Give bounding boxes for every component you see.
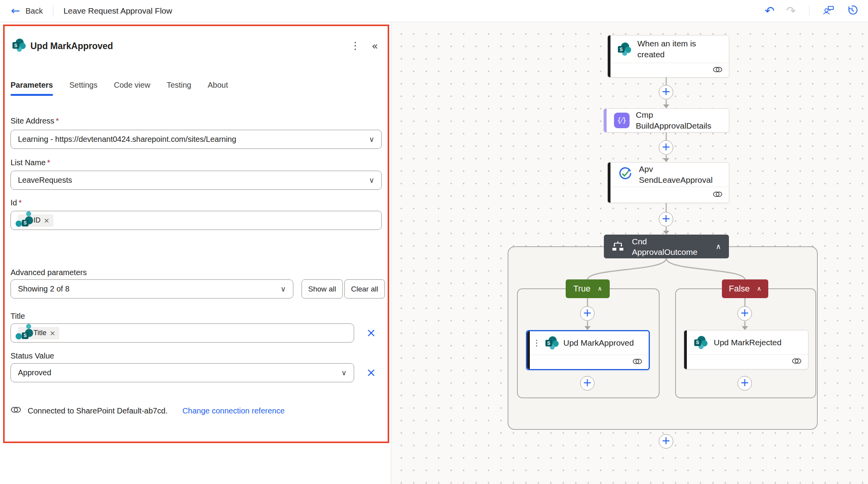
connection-reference-icon [792,358,802,366]
show-all-button[interactable]: Show all [302,279,343,299]
flow-designer: { "ui": { "required_mark": "*", "icons":… [0,0,868,484]
site-address-value: Learning - https://devtenant0424.sharepo… [18,135,236,144]
node-title: Apv SendLeaveApproval [639,164,721,185]
collapse-panel-icon[interactable]: « [368,39,382,53]
node-when-an-item-is-created[interactable]: When an item is created [607,35,729,78]
chevron-up-icon[interactable]: ∧ [716,243,721,250]
chevron-down-icon: ∨ [369,177,374,184]
title-input[interactable]: Title × [11,323,354,343]
chevron-down-icon: ∨ [369,136,374,143]
node-apv-sendleaveapproval[interactable]: Apv SendLeaveApproval [607,162,729,203]
tab-code-view[interactable]: Code view [114,81,150,96]
token-close-icon[interactable]: × [49,330,55,337]
topbar-divider-2 [809,5,810,17]
advanced-parameters-label: Advanced parameters [11,268,87,277]
id-token[interactable]: ID × [18,214,53,227]
node-accent-bar [684,330,687,369]
list-name-value: LeaveRequests [18,176,72,185]
insert-step-button[interactable]: + [737,306,752,321]
insert-step-button[interactable]: + [737,376,752,390]
tab-settings[interactable]: Settings [69,81,97,96]
remove-status-field-icon[interactable]: × [366,367,376,378]
flow-canvas[interactable]: When an item is created + {⁄} Cmp BuildA… [391,22,868,484]
status-value-label: Status Value [11,352,54,360]
node-title: When an item is created [637,38,719,60]
connection-row: Connected to SharePoint Default-ab7cd. C… [11,406,285,415]
list-name-dropdown[interactable]: LeaveRequests ∨ [11,171,382,190]
node-upd-markrejected[interactable]: Upd MarkRejected [684,330,808,369]
compose-icon: {⁄} [614,113,630,128]
copilot-icon[interactable] [823,5,834,17]
id-input[interactable]: ID × [11,211,382,230]
connection-link-icon [11,406,21,415]
chevron-up-icon: ∧ [757,286,762,292]
panel-tabs: Parameters Settings Code view Testing Ab… [11,81,228,96]
node-upd-markapproved[interactable]: ⋮ Upd MarkApproved [526,330,650,370]
insert-step-button[interactable]: + [659,85,673,99]
top-bar: ← Back Leave Request Approval Flow ↶ ↷ [0,0,868,22]
title-token[interactable]: Title × [18,327,59,339]
site-address-dropdown[interactable]: Learning - https://devtenant0424.sharepo… [11,130,382,149]
tab-testing[interactable]: Testing [167,81,191,96]
clear-all-button[interactable]: Clear all [344,279,385,299]
title-label: Title [11,312,25,321]
redo-icon[interactable]: ↷ [786,5,796,17]
list-name-label: List Name* [11,158,50,167]
flow-title: Leave Request Approval Flow [64,6,172,16]
insert-step-button[interactable]: + [580,376,595,390]
undo-icon[interactable]: ↶ [765,5,774,17]
title-token-label: Title [34,329,46,337]
more-actions-icon[interactable]: ⋮ [348,39,362,53]
node-title: Upd MarkApproved [563,337,634,348]
false-label: False [729,284,750,294]
node-cnd-approvaloutcome[interactable]: Cnd ApprovalOutcome ∧ [604,235,729,258]
back-button[interactable]: ← Back [11,5,43,16]
node-accent-bar [608,35,610,77]
insert-step-button[interactable]: + [659,434,673,449]
remove-title-field-icon[interactable]: × [366,327,376,339]
node-title: Upd MarkRejected [714,337,782,348]
change-connection-link[interactable]: Change connection reference [182,406,284,415]
id-token-label: ID [34,216,41,224]
panel-title: Upd MarkApproved [30,41,113,51]
node-accent-bar [608,163,610,203]
site-address-label: Site Address* [11,117,59,125]
insert-step-button[interactable]: + [659,212,673,226]
insert-step-button[interactable]: + [580,306,595,321]
sharepoint-icon [694,336,707,349]
advanced-parameters-value: Showing 2 of 8 [18,284,69,293]
topbar-divider [53,5,53,17]
tab-parameters[interactable]: Parameters [11,81,53,96]
connection-reference-icon [713,66,723,74]
node-title: Cmp BuildApprovalDetails [636,110,718,131]
id-label: Id* [11,198,21,207]
true-branch-badge[interactable]: True ∧ [566,279,610,298]
false-branch-badge[interactable]: False ∧ [722,279,768,298]
required-mark: * [56,117,59,125]
connection-reference-icon [713,191,723,199]
true-label: True [573,284,590,294]
node-accent-bar [604,109,607,132]
sharepoint-icon [12,39,26,52]
token-close-icon[interactable]: × [44,217,49,224]
insert-step-button[interactable]: + [659,140,673,155]
node-title: Cnd ApprovalOutcome [632,236,710,257]
connection-reference-icon [632,358,642,366]
required-mark: * [19,198,22,207]
tab-about[interactable]: About [208,81,228,96]
drag-handle-icon[interactable]: ⋮ [533,339,541,347]
chevron-down-icon: ∨ [341,369,347,376]
chevron-down-icon: ∨ [281,285,286,293]
status-value: Approved [18,368,51,377]
node-cmp-buildapprovaldetails[interactable]: {⁄} Cmp BuildApprovalDetails [603,108,729,132]
connection-text: Connected to SharePoint Default-ab7cd. [28,406,168,415]
status-value-dropdown[interactable]: Approved ∨ [11,363,354,382]
back-label: Back [25,7,42,16]
history-icon[interactable] [846,4,858,18]
back-arrow-icon: ← [11,5,20,16]
sharepoint-icon [22,216,30,225]
advanced-parameters-dropdown[interactable]: Showing 2 of 8 ∨ [11,279,293,299]
approvals-icon [618,166,633,183]
node-accent-bar [527,331,530,369]
sharepoint-icon [618,42,631,56]
